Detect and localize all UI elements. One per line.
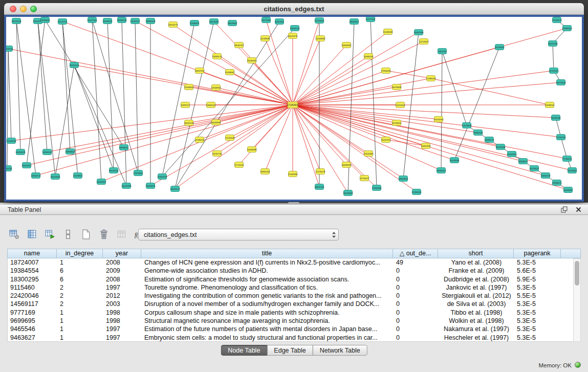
graph-node[interactable]: 11548408 bbox=[383, 29, 393, 35]
graph-node[interactable]: 16041370 bbox=[288, 33, 298, 39]
graph-node[interactable]: 20585324 bbox=[562, 26, 572, 31]
graph-node[interactable]: 16699293 bbox=[342, 162, 352, 168]
graph-node[interactable]: 18573087 bbox=[209, 19, 219, 25]
graph-node[interactable]: 16092446 bbox=[551, 115, 561, 121]
graph-node[interactable]: 16055709 bbox=[184, 120, 194, 126]
graph-node[interactable]: 16059938 bbox=[211, 120, 221, 125]
table-selector-dropdown[interactable]: citations_edges.txt bbox=[138, 229, 339, 240]
graph-node[interactable]: 20023658 bbox=[343, 190, 353, 196]
graph-node[interactable]: 12721113 bbox=[549, 68, 559, 74]
graph-node[interactable]: 17135278 bbox=[316, 169, 325, 174]
graph-node[interactable]: 17020408 bbox=[225, 135, 235, 141]
panel-splitter-handle[interactable] bbox=[288, 202, 299, 204]
table-row[interactable]: 977716911998Corpus callosum shape and si… bbox=[8, 309, 573, 317]
graph-node[interactable]: 17604356 bbox=[372, 185, 382, 191]
graph-node[interactable]: 19619561 bbox=[228, 20, 237, 26]
new-file-icon[interactable] bbox=[79, 227, 93, 242]
graph-node[interactable]: 13211603 bbox=[396, 102, 405, 108]
graph-node[interactable]: 20531223 bbox=[70, 62, 79, 68]
graph-node[interactable]: 21850709 bbox=[541, 173, 551, 179]
graph-node[interactable]: 12239580 bbox=[260, 36, 270, 41]
graph-node[interactable]: 15938531 bbox=[545, 102, 555, 108]
table-row[interactable]: 969969511998Structural magnetic resonanc… bbox=[8, 317, 573, 325]
graph-node[interactable]: 18103156 bbox=[12, 18, 21, 24]
graph-node[interactable]: 23894824 bbox=[66, 149, 75, 155]
graph-node[interactable]: 11592835 bbox=[288, 171, 298, 177]
table-row[interactable]: 1938455462009Genome-wide association stu… bbox=[8, 267, 573, 275]
graph-node[interactable]: 17854065 bbox=[381, 68, 391, 74]
minimize-button[interactable] bbox=[20, 6, 27, 12]
column-header-in_degree[interactable]: in_degree bbox=[57, 249, 103, 258]
graph-node[interactable]: 21173776 bbox=[58, 19, 68, 25]
table-row[interactable]: 1872400712008Changes of HCN gene express… bbox=[8, 258, 573, 267]
graph-node[interactable]: 15262736 bbox=[212, 151, 222, 157]
tab-edge-table[interactable]: Edge Table bbox=[267, 345, 313, 356]
table-body[interactable]: 1872400712008Changes of HCN gene express… bbox=[7, 258, 573, 342]
graph-node[interactable]: 17760676 bbox=[562, 156, 572, 162]
graph-node[interactable]: 25160650 bbox=[7, 138, 16, 144]
graph-node[interactable]: 20533706 bbox=[6, 46, 13, 52]
close-panel-icon[interactable] bbox=[574, 206, 583, 214]
table-row[interactable]: 911546021997Tourette syndrome. Phenomeno… bbox=[8, 283, 573, 292]
graph-node[interactable]: 8187304 bbox=[275, 19, 284, 25]
graph-node[interactable]: 19890029 bbox=[146, 18, 156, 24]
graph-node[interactable]: 20453842 bbox=[563, 187, 573, 193]
graph-node[interactable]: 20195266 bbox=[496, 144, 506, 150]
zoom-button[interactable] bbox=[30, 6, 37, 12]
graph-node[interactable]: 17485035 bbox=[426, 76, 436, 81]
column-header-pagerank[interactable]: pagerank bbox=[514, 249, 561, 258]
graph-node[interactable]: 16961426 bbox=[260, 169, 270, 174]
graph-node[interactable]: 21354342 bbox=[412, 189, 422, 195]
graph-node[interactable]: 21926972 bbox=[552, 17, 562, 23]
graph-node[interactable]: 19083375 bbox=[146, 183, 156, 189]
graph-node[interactable]: 16274308 bbox=[556, 80, 566, 85]
graph-node[interactable]: 15057974 bbox=[381, 137, 391, 143]
graph-node[interactable]: 20021993 bbox=[122, 183, 132, 189]
graph-node[interactable]: 18984706 bbox=[117, 17, 127, 23]
graph-node[interactable]: 19125106 bbox=[109, 168, 119, 173]
graph-node[interactable]: 16755651 bbox=[392, 120, 402, 126]
show-columns-icon[interactable] bbox=[25, 227, 39, 242]
tab-node-table[interactable]: Node Table bbox=[221, 345, 267, 356]
table-scrollbar[interactable] bbox=[573, 258, 581, 342]
graph-node[interactable]: 12213947 bbox=[419, 39, 429, 45]
graph-node[interactable]: 18839057 bbox=[350, 19, 359, 25]
graph-node[interactable]: 18103158 bbox=[6, 166, 12, 171]
graph-node[interactable]: 18265907 bbox=[97, 179, 106, 185]
graph-node[interactable]: 15959135 bbox=[42, 149, 52, 155]
graph-node[interactable]: 21062953 bbox=[507, 151, 517, 157]
graph-node[interactable]: 16646135 bbox=[290, 26, 300, 31]
table-row[interactable]: 946554611997Estimation of the future num… bbox=[8, 325, 573, 333]
graph-node[interactable]: 19227294 bbox=[548, 41, 558, 47]
memory-status-icon[interactable] bbox=[575, 362, 581, 368]
graph-node[interactable]: 19734903 bbox=[495, 45, 505, 50]
graph-node[interactable]: 17679938 bbox=[462, 123, 472, 128]
graph-node[interactable]: 19948271 bbox=[518, 159, 528, 164]
float-panel-icon[interactable] bbox=[559, 206, 569, 214]
graph-node[interactable]: 15950712 bbox=[31, 173, 41, 179]
graph-node[interactable]: 12620963 bbox=[364, 151, 374, 157]
import-disabled-icon[interactable] bbox=[115, 227, 129, 242]
graph-node[interactable]: 12043859 bbox=[316, 36, 325, 41]
graph-node[interactable]: 12754412 bbox=[360, 176, 369, 181]
graph-node[interactable]: 12649463 bbox=[211, 85, 221, 91]
graph-node[interactable]: 20072116 bbox=[88, 17, 97, 23]
table-row[interactable]: 1456911722003Disruption of a novel membe… bbox=[8, 300, 573, 308]
table-row[interactable]: 2242004622012Investigating the contribut… bbox=[8, 292, 573, 300]
graph-node[interactable]: 12858176 bbox=[212, 54, 222, 59]
graph-node[interactable]: 18945720 bbox=[315, 184, 324, 190]
graph-node[interactable]: 11897677 bbox=[181, 102, 190, 108]
graph-node[interactable]: 19099774 bbox=[485, 137, 494, 143]
graph-node[interactable]: 12103726 bbox=[556, 135, 566, 140]
table-row[interactable]: 946362711997Embryonic stem cells: a mode… bbox=[8, 334, 573, 342]
graph-node[interactable]: 16079849 bbox=[392, 84, 402, 90]
graph-node[interactable]: 21042317 bbox=[130, 18, 140, 24]
graph-node[interactable]: 16959021 bbox=[119, 145, 129, 150]
graph-node[interactable]: 17479927 bbox=[73, 173, 83, 179]
table-row[interactable]: 1830029562008Estimation of significance … bbox=[8, 275, 573, 283]
graph-node[interactable]: 20087396 bbox=[414, 30, 424, 35]
delete-table-icon[interactable] bbox=[97, 227, 111, 242]
graph-node[interactable]: 15957845 bbox=[421, 143, 431, 149]
row-height-icon[interactable] bbox=[61, 227, 75, 242]
graph-node[interactable]: 19344522 bbox=[103, 18, 113, 24]
